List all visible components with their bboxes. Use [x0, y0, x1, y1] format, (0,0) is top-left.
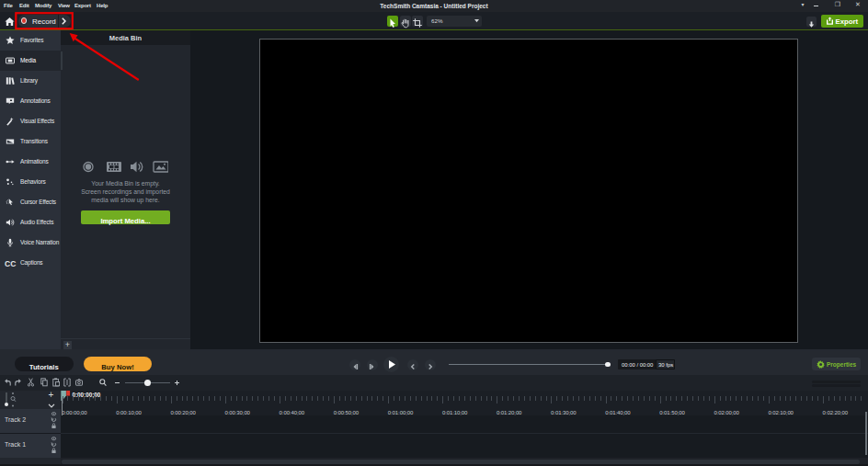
svg-text:CC: CC	[5, 259, 16, 268]
